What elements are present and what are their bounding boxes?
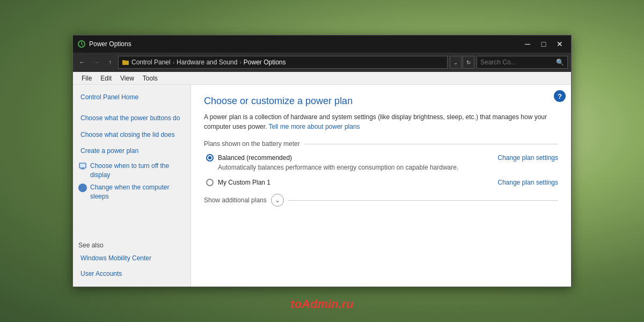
plan-custom-label: My Custom Plan 1 <box>206 179 270 186</box>
path-power-options[interactable]: Power Options <box>244 58 286 66</box>
monitor-icon <box>78 162 87 171</box>
menu-view[interactable]: View <box>116 74 138 83</box>
plan-balanced-label: Balanced (recommended) <box>206 154 292 162</box>
plan-balanced-radio[interactable] <box>206 154 214 162</box>
address-end-buttons: ⌄ ↻ <box>450 56 474 69</box>
plan-custom-row: My Custom Plan 1 Change plan settings <box>206 179 558 186</box>
plans-section-label: Plans shown on the battery meter <box>204 140 558 148</box>
plan-balanced-change-link[interactable]: Change plan settings <box>497 154 558 162</box>
sidebar-power-buttons[interactable]: Choose what the power buttons do <box>78 112 185 125</box>
plan-custom: My Custom Plan 1 Change plan settings <box>204 179 558 186</box>
path-hardware-sound[interactable]: Hardware and Sound <box>177 58 237 66</box>
refresh-button[interactable]: ↻ <box>463 56 474 69</box>
power-options-window: Power Options ─ □ ✕ ← → ↑ Control Panel … <box>72 35 572 287</box>
folder-icon <box>122 58 129 66</box>
main-content: Control Panel Home Choose what the power… <box>73 85 571 287</box>
sidebar-create-plan[interactable]: Create a power plan <box>78 145 185 157</box>
menu-bar: File Edit View Tools <box>73 72 571 85</box>
plan-balanced-row: Balanced (recommended) Change plan setti… <box>206 154 558 162</box>
show-additional-toggle[interactable]: ⌄ <box>271 194 284 207</box>
search-icon[interactable]: 🔍 <box>556 58 564 66</box>
plans-label-text: Plans shown on the battery meter <box>204 140 300 148</box>
sidebar-closing-lid[interactable]: Choose what closing the lid does <box>78 129 185 141</box>
svg-rect-5 <box>80 169 85 170</box>
content-area: ? Choose or customize a power plan A pow… <box>191 85 571 287</box>
window-icon <box>77 40 86 48</box>
sidebar-turn-off-display[interactable]: Choose when to turn off the display <box>90 162 185 180</box>
path-control-panel[interactable]: Control Panel <box>131 58 171 66</box>
show-additional-label: Show additional plans <box>204 196 267 204</box>
sidebar-turn-off-display-container: Choose when to turn off the display <box>78 162 185 180</box>
address-bar: ← → ↑ Control Panel › Hardware and Sound… <box>73 53 571 72</box>
forward-button[interactable]: → <box>90 56 102 68</box>
menu-edit[interactable]: Edit <box>96 74 116 83</box>
window-controls: ─ □ ✕ <box>521 39 567 49</box>
learn-more-link[interactable]: Tell me more about power plans <box>269 123 360 130</box>
sleep-icon <box>78 184 87 192</box>
menu-file[interactable]: File <box>77 74 96 83</box>
search-input[interactable] <box>480 58 556 66</box>
svg-rect-3 <box>79 163 86 168</box>
content-title: Choose or customize a power plan <box>204 96 558 107</box>
close-button[interactable]: ✕ <box>553 39 567 49</box>
see-also-label: See also <box>78 241 185 249</box>
description-text: A power plan is a collection of hardware… <box>204 113 547 130</box>
address-path: Control Panel › Hardware and Sound › Pow… <box>118 56 448 69</box>
show-additional-plans: Show additional plans ⌄ <box>204 194 558 207</box>
title-bar: Power Options ─ □ ✕ <box>73 35 571 53</box>
sidebar: Control Panel Home Choose what the power… <box>73 85 191 287</box>
up-button[interactable]: ↑ <box>104 56 116 68</box>
path-dropdown-button[interactable]: ⌄ <box>450 56 462 69</box>
svg-rect-1 <box>122 61 129 65</box>
svg-rect-2 <box>122 60 125 61</box>
see-also-section: See also Windows Mobility Center User Ac… <box>78 233 185 280</box>
sidebar-sleep-container: Change when the computer sleeps <box>78 183 185 201</box>
help-button[interactable]: ? <box>554 90 566 102</box>
plan-custom-name: My Custom Plan 1 <box>218 179 270 186</box>
minimize-button[interactable]: ─ <box>521 39 535 49</box>
plan-balanced-name: Balanced (recommended) <box>218 154 292 162</box>
back-button[interactable]: ← <box>76 56 88 68</box>
menu-tools[interactable]: Tools <box>138 74 162 83</box>
sidebar-user-accounts[interactable]: User Accounts <box>78 268 185 280</box>
window-title: Power Options <box>89 40 521 48</box>
watermark: toAdmin.ru <box>290 297 353 311</box>
plan-custom-change-link[interactable]: Change plan settings <box>497 179 558 186</box>
sidebar-change-sleep[interactable]: Change when the computer sleeps <box>90 183 185 201</box>
svg-rect-4 <box>82 168 84 169</box>
search-box: 🔍 <box>477 56 568 69</box>
maximize-button[interactable]: □ <box>537 39 551 49</box>
plan-balanced-description: Automatically balances performance with … <box>206 164 558 171</box>
sidebar-links: Choose what the power buttons do Choose … <box>78 112 185 204</box>
plan-custom-radio[interactable] <box>206 179 214 186</box>
plan-balanced: Balanced (recommended) Change plan setti… <box>204 154 558 171</box>
sidebar-control-panel-home[interactable]: Control Panel Home <box>78 91 185 104</box>
sidebar-mobility-center[interactable]: Windows Mobility Center <box>78 252 185 265</box>
content-description: A power plan is a collection of hardware… <box>204 112 558 131</box>
